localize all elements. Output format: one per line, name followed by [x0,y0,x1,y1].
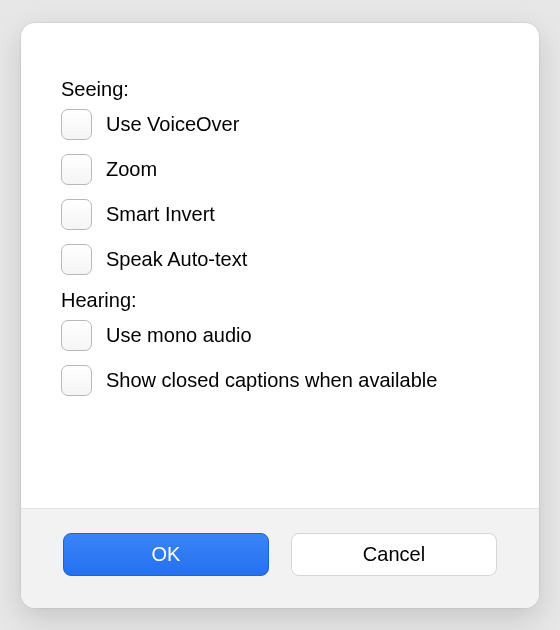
checkbox-voiceover[interactable] [61,109,92,140]
option-row-zoom: Zoom [61,154,499,185]
option-label-voiceover: Use VoiceOver [106,113,239,136]
option-label-closed-captions: Show closed captions when available [106,369,437,392]
option-row-smart-invert: Smart Invert [61,199,499,230]
ok-button[interactable]: OK [63,533,269,576]
cancel-button[interactable]: Cancel [291,533,497,576]
dialog-button-bar: OK Cancel [21,508,539,608]
option-label-zoom: Zoom [106,158,157,181]
option-row-speak-auto-text: Speak Auto-text [61,244,499,275]
checkbox-speak-auto-text[interactable] [61,244,92,275]
checkbox-smart-invert[interactable] [61,199,92,230]
accessibility-dialog: Seeing: Use VoiceOver Zoom Smart Invert … [21,23,539,608]
checkbox-mono-audio[interactable] [61,320,92,351]
dialog-content: Seeing: Use VoiceOver Zoom Smart Invert … [21,23,539,508]
hearing-section-label: Hearing: [61,289,499,312]
option-row-mono-audio: Use mono audio [61,320,499,351]
option-row-voiceover: Use VoiceOver [61,109,499,140]
checkbox-closed-captions[interactable] [61,365,92,396]
checkbox-zoom[interactable] [61,154,92,185]
option-label-smart-invert: Smart Invert [106,203,215,226]
option-label-mono-audio: Use mono audio [106,324,252,347]
option-label-speak-auto-text: Speak Auto-text [106,248,247,271]
option-row-closed-captions: Show closed captions when available [61,365,499,396]
seeing-section-label: Seeing: [61,78,499,101]
